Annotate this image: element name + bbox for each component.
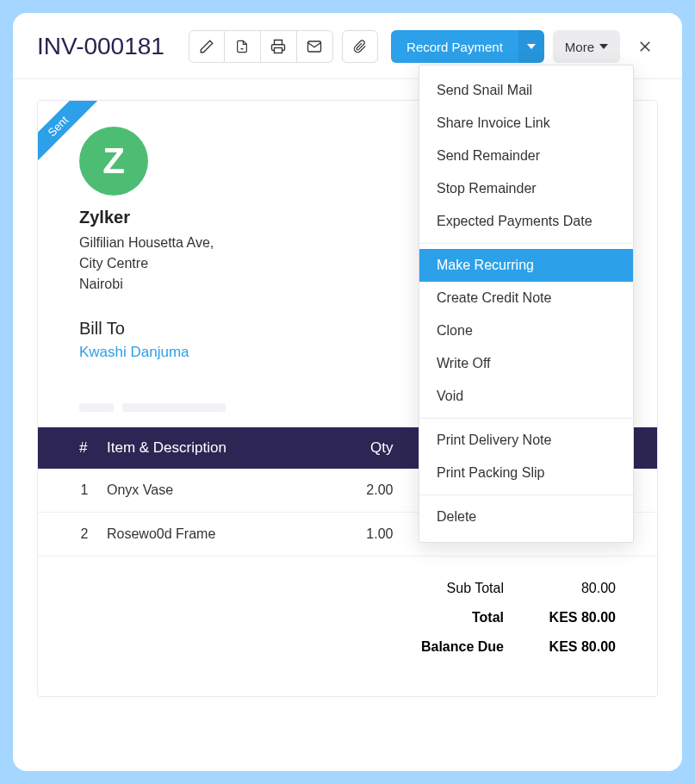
cell-qty: 1.00 bbox=[328, 513, 402, 557]
printer-icon bbox=[270, 39, 286, 54]
attach-button[interactable] bbox=[342, 30, 378, 63]
more-button[interactable]: More bbox=[553, 30, 620, 63]
caret-down-icon bbox=[527, 44, 536, 49]
dd-group: Print Delivery Note Print Packing Slip bbox=[419, 424, 633, 489]
dd-item-send-snail-mail[interactable]: Send Snail Mail bbox=[419, 74, 633, 107]
more-label: More bbox=[565, 40, 594, 54]
placeholder-bar bbox=[79, 403, 114, 412]
dd-item-create-credit-note[interactable]: Create Credit Note bbox=[419, 282, 633, 314]
total-row: Total KES 80.00 bbox=[79, 603, 616, 632]
paperclip-icon bbox=[353, 39, 367, 54]
pencil-icon bbox=[199, 39, 214, 54]
dd-item-delete[interactable]: Delete bbox=[419, 501, 633, 533]
cell-index: 2 bbox=[38, 513, 98, 557]
dd-item-write-off[interactable]: Write Off bbox=[419, 347, 633, 380]
dd-item-clone[interactable]: Clone bbox=[419, 314, 633, 347]
balance-value: KES 80.00 bbox=[530, 639, 616, 655]
cell-index: 1 bbox=[38, 469, 98, 513]
caret-down-icon bbox=[599, 44, 608, 49]
balance-label: Balance Due bbox=[400, 639, 504, 655]
total-value: KES 80.00 bbox=[530, 610, 616, 625]
dd-group: Send Snail Mail Share Invoice Link Send … bbox=[419, 65, 633, 238]
dd-item-send-remainder[interactable]: Send Remainder bbox=[419, 140, 633, 172]
pdf-icon bbox=[235, 39, 249, 54]
dd-item-make-recurring[interactable]: Make Recurring bbox=[419, 249, 633, 282]
balance-row: Balance Due KES 80.00 bbox=[79, 632, 616, 662]
col-qty: Qty bbox=[328, 427, 402, 469]
dd-group: Delete bbox=[419, 501, 633, 542]
dd-group: Make Recurring Create Credit Note Clone … bbox=[419, 249, 633, 413]
close-icon bbox=[637, 39, 653, 54]
bill-to-block: Bill To Kwashi Danjuma bbox=[79, 319, 189, 377]
toolbar bbox=[189, 30, 378, 63]
bill-to-customer-link[interactable]: Kwashi Danjuma bbox=[79, 344, 189, 361]
record-payment-button[interactable]: Record Payment bbox=[391, 30, 518, 63]
svg-rect-0 bbox=[275, 48, 282, 53]
dd-item-stop-remainder[interactable]: Stop Remainder bbox=[419, 172, 633, 205]
edit-button[interactable] bbox=[189, 30, 225, 63]
company-logo: Z bbox=[79, 127, 148, 196]
dd-item-print-delivery-note[interactable]: Print Delivery Note bbox=[419, 424, 633, 457]
dd-item-print-packing-slip[interactable]: Print Packing Slip bbox=[419, 457, 633, 489]
close-button[interactable] bbox=[632, 34, 658, 59]
col-description: Item & Description bbox=[98, 427, 328, 469]
dd-separator bbox=[419, 243, 633, 244]
dd-separator bbox=[419, 495, 633, 495]
pdf-button[interactable] bbox=[225, 30, 261, 63]
toolbar-icon-group bbox=[189, 30, 333, 63]
bill-to-label: Bill To bbox=[79, 319, 189, 339]
dd-item-void[interactable]: Void bbox=[419, 380, 633, 413]
dd-item-share-invoice-link[interactable]: Share Invoice Link bbox=[419, 107, 633, 140]
more-dropdown: Send Snail Mail Share Invoice Link Send … bbox=[419, 65, 634, 543]
invoice-title: INV-000181 bbox=[37, 33, 164, 60]
email-button[interactable] bbox=[297, 30, 333, 63]
cell-qty: 2.00 bbox=[328, 469, 402, 513]
mail-icon bbox=[307, 39, 322, 54]
placeholder-bar bbox=[122, 403, 226, 412]
col-index: # bbox=[38, 427, 98, 469]
cell-desc: Onyx Vase bbox=[98, 469, 328, 513]
dd-item-expected-payments-date[interactable]: Expected Payments Date bbox=[419, 205, 633, 238]
subtotal-row: Sub Total 80.00 bbox=[79, 574, 616, 603]
total-label: Total bbox=[400, 610, 504, 625]
totals-block: Sub Total 80.00 Total KES 80.00 Balance … bbox=[38, 557, 657, 662]
dd-separator bbox=[419, 418, 633, 419]
record-payment-caret-button[interactable] bbox=[518, 30, 544, 63]
print-button[interactable] bbox=[261, 30, 297, 63]
record-payment-split-button: Record Payment bbox=[391, 30, 544, 63]
app-window: INV-000181 bbox=[13, 13, 682, 771]
cell-desc: Rosewo0d Frame bbox=[98, 513, 328, 557]
subtotal-value: 80.00 bbox=[530, 581, 616, 596]
subtotal-label: Sub Total bbox=[400, 581, 504, 596]
